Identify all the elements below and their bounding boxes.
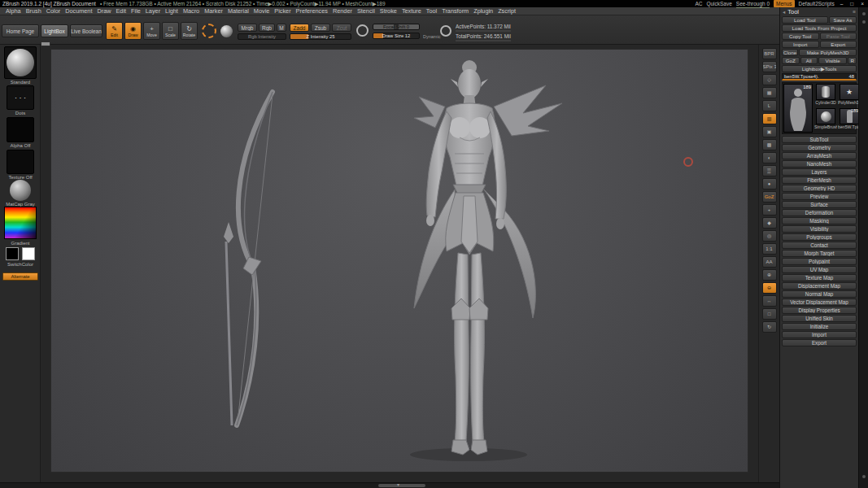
section-uv-map[interactable]: UV Map: [782, 266, 857, 273]
menu-draw[interactable]: Draw: [94, 7, 113, 15]
secondary-color-swatch[interactable]: [22, 247, 35, 260]
brush-curve-icon[interactable]: [356, 24, 369, 37]
tool-thumb-polymesh3d[interactable]: ★ PolyMesh3D: [838, 84, 861, 107]
clone-button[interactable]: Clone: [782, 49, 798, 56]
section-subtool[interactable]: SubTool: [782, 136, 857, 143]
local-transform-icon[interactable]: L: [762, 100, 777, 111]
section-initialize[interactable]: Initialize: [782, 323, 857, 330]
m-button[interactable]: M: [277, 24, 286, 32]
default-scripts-button[interactable]: Default2Scripts: [799, 0, 835, 7]
spix-slider-icon[interactable]: SPix 3: [762, 61, 777, 72]
menu-layer[interactable]: Layer: [143, 7, 163, 15]
maximize-button[interactable]: □: [848, 0, 855, 7]
copy-tool-button[interactable]: Copy Tool: [782, 33, 819, 40]
section-export[interactable]: Export: [782, 339, 857, 346]
scale-view-icon[interactable]: □: [762, 308, 777, 320]
section-polypaint[interactable]: Polypaint: [782, 258, 857, 265]
dynamic-label[interactable]: Dynamic: [423, 34, 440, 39]
current-tool-preview[interactable]: 189: [783, 84, 813, 133]
pan-icon[interactable]: ↔: [762, 295, 777, 307]
goz-icon[interactable]: GoZ: [762, 191, 777, 203]
canvas-corner-handle[interactable]: [41, 41, 50, 46]
menu-picker[interactable]: Picker: [272, 7, 293, 15]
frame-icon[interactable]: ▣: [762, 126, 777, 137]
focal-shift-slider[interactable]: Focal Shift 0: [373, 24, 420, 30]
section-texture-map[interactable]: Texture Map: [782, 274, 857, 281]
minimize-button[interactable]: –: [839, 0, 845, 7]
menu-brush[interactable]: Brush: [24, 7, 44, 15]
section-layers[interactable]: Layers: [782, 168, 857, 176]
color-picker[interactable]: [4, 207, 37, 239]
section-masking[interactable]: Masking: [782, 217, 857, 224]
floor-grid-icon[interactable]: ▦: [762, 87, 777, 98]
section-display-properties[interactable]: Display Properties: [782, 307, 857, 314]
section-morph-target[interactable]: Morph Target: [782, 250, 857, 257]
goz-visible-button[interactable]: Visible: [818, 57, 847, 64]
mrgb-button[interactable]: Mrgb: [238, 24, 257, 32]
section-fibermesh[interactable]: FiberMesh: [782, 176, 857, 184]
solo-icon[interactable]: ●: [762, 178, 777, 190]
close-button[interactable]: ×: [859, 0, 866, 7]
menu-zplugin[interactable]: Zplugin: [471, 7, 495, 15]
palette-menu-icon[interactable]: ≡: [853, 9, 856, 15]
section-arraymesh[interactable]: ArrayMesh: [782, 152, 857, 159]
section-normal-map[interactable]: Normal Map: [782, 290, 857, 298]
section-surface[interactable]: Surface: [782, 201, 857, 208]
rotate-view-icon[interactable]: ↻: [762, 321, 777, 333]
menu-movie[interactable]: Movie: [251, 7, 272, 15]
polyframe-icon[interactable]: ▩: [762, 139, 777, 150]
section-unified-skin[interactable]: Unified Skin: [782, 315, 857, 322]
zadd-button[interactable]: Zadd: [290, 24, 309, 32]
menus-toggle[interactable]: Menus: [774, 0, 795, 7]
scroll-icon[interactable]: ◆: [762, 217, 777, 229]
zoom-icon[interactable]: ◎: [762, 230, 777, 242]
load-tools-from-project-button[interactable]: Load Tools From Project: [782, 24, 857, 32]
tool-thumb-current-mesh[interactable]: 189 ben5W.Tpose4): [838, 108, 861, 132]
zoom-out-icon[interactable]: ⊖: [762, 282, 777, 294]
menu-texture[interactable]: Texture: [399, 7, 424, 15]
aa-half-icon[interactable]: AA: [762, 256, 777, 268]
menu-macro[interactable]: Macro: [181, 7, 202, 15]
edit-mode-button[interactable]: ✎ Edit: [106, 22, 123, 40]
save-as-button[interactable]: Save As: [829, 16, 857, 24]
xpose-icon[interactable]: +: [762, 204, 777, 216]
zoom-in-icon[interactable]: ⊕: [762, 269, 777, 281]
quicksave-button[interactable]: QuickSave: [706, 0, 731, 7]
section-displacement-map[interactable]: Displacement Map: [782, 282, 857, 290]
tool-thumb-simplebrush[interactable]: SimpleBrush: [814, 108, 837, 132]
section-contact[interactable]: Contact: [782, 242, 857, 249]
zcut-button[interactable]: Zcut: [332, 24, 351, 32]
section-visibility[interactable]: Visibility: [782, 225, 857, 233]
alternate-button[interactable]: Alternate: [2, 272, 38, 281]
current-texture-thumb[interactable]: [7, 150, 34, 174]
sculptris-pro-toggle[interactable]: [202, 24, 216, 38]
lightbox-tools-button[interactable]: Lightbox▶Tools: [782, 65, 857, 72]
ghost-icon[interactable]: ▒: [762, 165, 777, 176]
rgb-intensity-slider[interactable]: Rgb Intensity: [238, 33, 286, 40]
section-preview[interactable]: Preview: [782, 193, 857, 200]
import-tool-button[interactable]: Import: [782, 41, 819, 48]
z-intensity-slider[interactable]: Z Intensity 25: [290, 33, 351, 40]
load-tool-button[interactable]: Load Tool: [782, 16, 828, 24]
actual-size-icon[interactable]: 1:1: [762, 243, 777, 255]
menu-light[interactable]: Light: [163, 7, 181, 15]
goz-r-button[interactable]: R: [848, 57, 857, 64]
lightbox-button[interactable]: LightBox: [41, 24, 68, 37]
document-canvas[interactable]: [50, 49, 748, 473]
zsub-button[interactable]: Zsub: [311, 24, 330, 32]
tool-name-slider[interactable]: ben5W.Tpose4). 48: [782, 73, 857, 81]
current-material-thumb[interactable]: [10, 180, 31, 201]
right-tray-divider[interactable]: [858, 7, 868, 488]
rgb-button[interactable]: Rgb: [259, 24, 275, 32]
goz-all-button[interactable]: All: [800, 57, 818, 64]
menu-alpha[interactable]: Alpha: [3, 7, 24, 15]
move-mode-button[interactable]: + Move: [143, 22, 160, 40]
export-tool-button[interactable]: Export: [820, 41, 857, 48]
material-preview-sphere[interactable]: [220, 25, 233, 37]
paste-tool-button[interactable]: Paste Tool: [820, 33, 857, 40]
primary-color-swatch[interactable]: [6, 247, 19, 260]
current-alpha-thumb[interactable]: [7, 117, 34, 142]
home-page-button[interactable]: Home Page: [2, 24, 39, 37]
menu-transform[interactable]: Transform: [439, 7, 471, 15]
make-polymesh3d-button[interactable]: Make PolyMesh3D: [799, 49, 857, 56]
